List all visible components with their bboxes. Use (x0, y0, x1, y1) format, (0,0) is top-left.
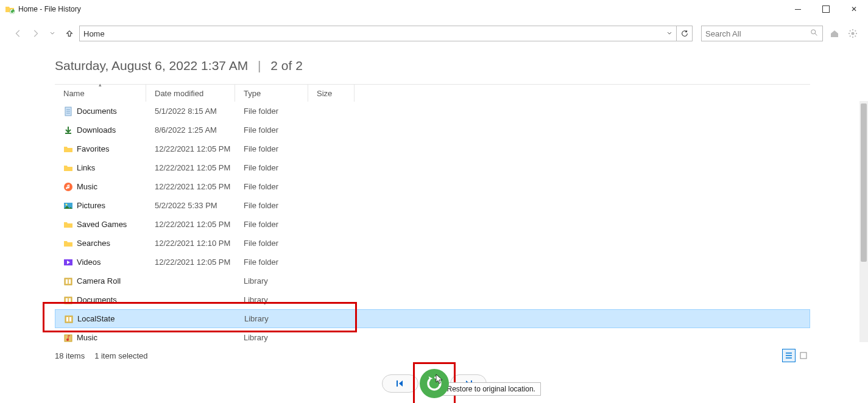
home-icon[interactable] (828, 27, 841, 40)
table-row[interactable]: Documents5/1/2022 8:15 AMFile folder (55, 102, 810, 121)
table-row[interactable]: LocalStateLibrary (55, 309, 810, 328)
restore-tooltip: Restore to original location. (442, 382, 541, 396)
view-details-button[interactable] (782, 349, 796, 362)
gear-icon[interactable] (846, 27, 859, 40)
table-row[interactable]: Music12/22/2021 12:05 PMFile folder (55, 177, 810, 196)
selected-count: 1 item selected (94, 351, 147, 360)
file-name: Searches (77, 239, 110, 248)
location-text: Home (80, 29, 663, 38)
file-name: Music (77, 333, 97, 342)
bottom-controls: Restore to original location. (0, 369, 868, 398)
library-icon (63, 295, 73, 305)
item-count: 18 items (55, 351, 85, 360)
table-row[interactable]: Searches12/22/2021 12:10 PMFile folder (55, 234, 810, 253)
app-icon (5, 4, 15, 14)
header-date[interactable]: Date modified (146, 85, 235, 102)
header-size[interactable]: Size (308, 85, 355, 102)
folder-icon (63, 220, 73, 230)
file-type: File folder (235, 182, 308, 191)
svg-rect-13 (69, 298, 71, 303)
snapshot-timestamp: Saturday, August 6, 2022 1:37 AM (55, 58, 248, 72)
minimize-button[interactable] (784, 0, 812, 18)
folder-icon (63, 239, 73, 248)
svg-rect-8 (65, 278, 72, 285)
search-box[interactable] (701, 26, 823, 41)
file-date: 8/6/2022 1:25 AM (146, 125, 235, 135)
file-name: LocalState (77, 314, 115, 323)
file-list: ▴ Name Date modified Type Size Documents… (55, 84, 810, 345)
music-icon (63, 182, 73, 192)
close-button[interactable] (840, 0, 868, 18)
heading-separator: | (258, 58, 261, 72)
table-row[interactable]: Saved Games12/22/2021 12:05 PMFile folde… (55, 215, 810, 234)
file-type: Library (235, 295, 308, 304)
history-dropdown[interactable] (45, 26, 60, 41)
titlebar: Home - File History (0, 0, 868, 18)
file-date: 12/22/2021 12:05 PM (146, 144, 235, 153)
svg-rect-9 (66, 279, 68, 284)
forward-button[interactable] (28, 26, 43, 41)
maximize-button[interactable] (812, 0, 840, 18)
file-name: Documents (77, 107, 117, 116)
file-type: File folder (235, 258, 308, 267)
scrollbar-thumb[interactable] (861, 103, 867, 262)
file-type: File folder (235, 220, 308, 229)
file-name: Camera Roll (77, 276, 121, 286)
navbar: Home (0, 22, 868, 45)
svg-rect-10 (69, 279, 71, 284)
svg-point-1 (811, 29, 816, 33)
back-button[interactable] (11, 26, 26, 41)
file-name: Documents (77, 295, 117, 304)
file-date: 12/22/2021 12:05 PM (146, 182, 235, 191)
location-dropdown-icon[interactable] (663, 30, 676, 37)
file-type: File folder (235, 125, 308, 135)
file-type: File folder (235, 163, 308, 172)
svg-rect-14 (65, 316, 72, 323)
folder-icon (63, 144, 73, 154)
file-type: Library (235, 333, 308, 342)
sort-asc-icon: ▴ (99, 82, 102, 88)
status-bar: 18 items 1 item selected (55, 349, 810, 362)
pictures-icon (63, 201, 73, 211)
file-type: File folder (235, 201, 308, 210)
header-type[interactable]: Type (235, 85, 308, 102)
restore-button[interactable] (420, 369, 449, 398)
table-row[interactable]: Pictures5/2/2022 5:33 PMFile folder (55, 196, 810, 215)
library-icon (64, 314, 74, 324)
column-headers: ▴ Name Date modified Type Size (55, 85, 810, 102)
file-date: 12/22/2021 12:05 PM (146, 220, 235, 229)
table-row[interactable]: Videos12/22/2021 12:05 PMFile folder (55, 253, 810, 272)
file-type: File folder (235, 144, 308, 153)
library-icon (63, 276, 73, 286)
view-large-button[interactable] (797, 349, 810, 362)
table-row[interactable]: DocumentsLibrary (55, 290, 810, 309)
file-type: Library (236, 314, 309, 323)
file-name: Saved Games (77, 220, 127, 229)
page-heading: Saturday, August 6, 2022 1:37 AM | 2 of … (55, 58, 868, 73)
file-name: Favorites (77, 144, 109, 153)
file-type: File folder (235, 239, 308, 248)
table-row[interactable]: Favorites12/22/2021 12:05 PMFile folder (55, 139, 810, 158)
table-row[interactable]: MusicLibrary (55, 328, 810, 345)
location-bar[interactable]: Home (79, 26, 693, 41)
file-date: 5/1/2022 8:15 AM (146, 107, 235, 116)
file-date: 12/22/2021 12:05 PM (146, 163, 235, 172)
file-name: Videos (77, 258, 101, 267)
download-icon (63, 125, 73, 135)
search-input[interactable] (705, 29, 810, 38)
table-row[interactable]: Camera RollLibrary (55, 272, 810, 290)
video-icon (63, 258, 73, 267)
table-row[interactable]: Links12/22/2021 12:05 PMFile folder (55, 158, 810, 177)
header-name[interactable]: ▴ Name (55, 85, 146, 102)
svg-rect-15 (66, 317, 68, 321)
search-icon (810, 29, 819, 39)
scrollbar[interactable] (859, 101, 868, 342)
file-name: Pictures (77, 201, 105, 210)
refresh-button[interactable] (676, 26, 692, 41)
file-type: Library (235, 276, 308, 286)
snapshot-range: 2 of 2 (270, 58, 303, 72)
cursor-icon (436, 374, 444, 387)
up-button[interactable] (62, 26, 77, 41)
table-row[interactable]: Downloads8/6/2022 1:25 AMFile folder (55, 121, 810, 139)
window-title: Home - File History (18, 5, 81, 13)
